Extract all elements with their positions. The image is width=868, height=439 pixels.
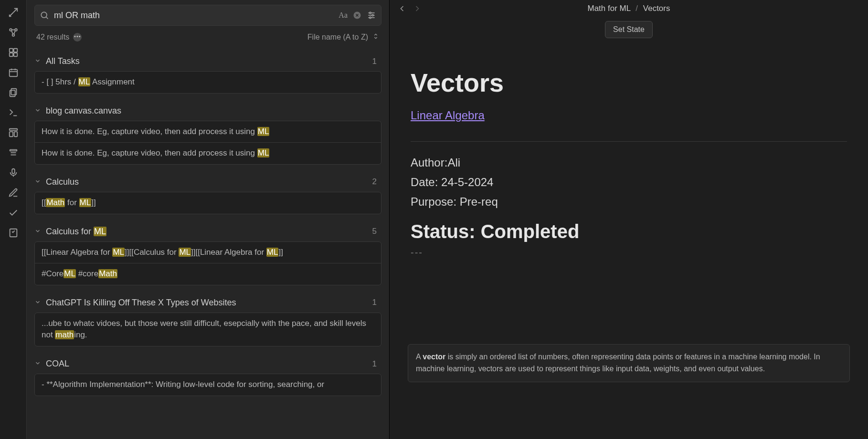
result-group-title: ChatGPT Is Killing Off These X Types of … — [46, 298, 236, 308]
search-results: All Tasks1- [ ] 5hrs / ML Assignmentblog… — [27, 48, 389, 439]
result-count: 42 results — [36, 33, 69, 42]
result-group-header[interactable]: blog canvas.canvas — [34, 97, 381, 121]
bookmark-icon[interactable] — [8, 227, 19, 239]
app-root: Aa 42 results ••• File name (A to Z) All… — [0, 0, 868, 439]
graph-icon[interactable] — [8, 27, 19, 38]
svg-rect-4 — [13, 49, 17, 52]
check-icon[interactable] — [8, 207, 19, 219]
document-body: Vectors Linear Algebra Author:Ali Date: … — [390, 44, 868, 439]
canvas-icon[interactable] — [8, 47, 19, 58]
search-bar: Aa — [34, 5, 381, 26]
callout-bold: vector — [423, 353, 445, 361]
linear-algebra-link[interactable]: Linear Algebra — [411, 109, 485, 122]
result-group-header[interactable]: All Tasks1 — [34, 48, 381, 71]
definition-callout: A vector is simply an ordered list of nu… — [408, 344, 850, 382]
result-group-header[interactable]: ChatGPT Is Killing Off These X Types of … — [34, 289, 381, 313]
svg-rect-12 — [14, 132, 17, 136]
nav-back-button[interactable] — [397, 4, 407, 13]
search-settings-icon[interactable] — [367, 10, 376, 20]
date-line: Date: 24-5-2024 — [411, 173, 847, 192]
result-match-line[interactable]: - **Algorithm Implementation**: Writing … — [35, 374, 381, 396]
result-match-line[interactable]: #CoreML #coreMath — [35, 263, 381, 285]
result-group-count: 1 — [372, 57, 380, 66]
set-state-button[interactable]: Set State — [605, 21, 653, 38]
format-icon[interactable] — [8, 147, 19, 158]
content-pane: Math for ML / Vectors Set State Vectors … — [390, 0, 868, 439]
chevron-down-icon — [34, 56, 41, 66]
result-match-line[interactable]: [[Math for ML]] — [35, 192, 381, 214]
result-match-line[interactable]: How it is done. Eg, capture video, then … — [35, 121, 381, 143]
callout-rest: is simply an ordered list of numbers, of… — [416, 353, 820, 373]
divider — [411, 141, 847, 142]
result-group-header[interactable]: Calculus for ML5 — [34, 218, 381, 241]
svg-rect-10 — [9, 129, 17, 131]
result-match-box: [[Math for ML]] — [34, 192, 381, 214]
svg-rect-14 — [12, 169, 15, 174]
svg-rect-9 — [10, 90, 15, 96]
breadcrumb-sep: / — [635, 4, 638, 13]
quick-switcher-icon[interactable] — [8, 7, 19, 18]
calendar-icon[interactable] — [8, 67, 19, 78]
page-title: Vectors — [411, 68, 847, 97]
purpose-line: Purpose: Pre-req — [411, 192, 847, 212]
chevron-down-icon — [34, 106, 41, 116]
svg-point-20 — [370, 17, 371, 18]
result-match-line[interactable]: ...ube to whatc vidoes, but those were s… — [35, 313, 381, 346]
result-match-box: How it is done. Eg, capture video, then … — [34, 121, 381, 165]
result-group-title: Calculus for ML — [46, 227, 106, 237]
search-header: Aa 42 results ••• File name (A to Z) — [27, 0, 389, 48]
breadcrumb-parent: Math for ML — [588, 4, 631, 13]
chevron-down-icon — [34, 298, 41, 308]
mic-icon[interactable] — [8, 167, 19, 178]
result-match-line[interactable]: [[Linear Algebra for ML]][[Calculus for … — [35, 242, 381, 263]
svg-rect-6 — [13, 53, 17, 56]
result-match-line[interactable]: - [ ] 5hrs / ML Assignment — [35, 72, 381, 93]
result-group-title: All Tasks — [46, 56, 80, 66]
new-note-icon[interactable] — [8, 187, 19, 199]
clear-search-icon[interactable] — [352, 10, 362, 20]
result-group-header[interactable]: Calculus2 — [34, 168, 381, 192]
search-meta: 42 results ••• File name (A to Z) — [34, 26, 381, 48]
result-group-title: COAL — [46, 359, 69, 369]
sort-control[interactable]: File name (A to Z) — [307, 32, 380, 42]
nav-forward-button[interactable] — [413, 4, 422, 13]
svg-rect-5 — [9, 53, 12, 56]
svg-point-16 — [41, 12, 47, 18]
result-group-title: Calculus — [46, 177, 79, 187]
result-group-header[interactable]: COAL1 — [34, 350, 381, 374]
svg-rect-8 — [11, 89, 16, 95]
sort-label: File name (A to Z) — [307, 33, 368, 42]
files-icon[interactable] — [8, 87, 19, 98]
result-match-box: [[Linear Algebra for ML]][[Calculus for … — [34, 241, 381, 285]
breadcrumb[interactable]: Math for ML / Vectors — [428, 4, 830, 13]
sort-arrows-icon — [372, 32, 380, 42]
result-match-box: ...ube to whatc vidoes, but those were s… — [34, 313, 381, 346]
svg-rect-7 — [9, 70, 17, 77]
dashes: --- — [411, 247, 847, 258]
status-heading: Status: Completed — [411, 221, 847, 242]
templates-icon[interactable] — [8, 127, 19, 138]
search-icon — [40, 10, 49, 20]
command-icon[interactable] — [8, 107, 19, 118]
result-group-count: 2 — [372, 177, 380, 187]
chevron-down-icon — [34, 359, 41, 369]
content-topbar: Math for ML / Vectors — [390, 0, 868, 17]
result-match-box: - **Algorithm Implementation**: Writing … — [34, 374, 381, 396]
svg-point-18 — [370, 12, 371, 13]
more-results-icon[interactable]: ••• — [73, 33, 82, 42]
set-state-row: Set State — [390, 17, 868, 44]
result-match-box: - [ ] 5hrs / ML Assignment — [34, 71, 381, 94]
breadcrumb-current: Vectors — [643, 4, 670, 13]
svg-point-19 — [372, 14, 373, 16]
svg-rect-3 — [9, 49, 12, 52]
result-match-line[interactable]: How it is done. Eg, capture video, then … — [35, 142, 381, 164]
result-group-count: 1 — [372, 359, 380, 369]
ribbon — [0, 0, 27, 439]
chevron-down-icon — [34, 227, 41, 237]
search-input[interactable] — [54, 10, 334, 21]
result-group-count: 1 — [372, 298, 380, 307]
result-group-title: blog canvas.canvas — [46, 106, 121, 116]
match-case-icon[interactable]: Aa — [339, 11, 348, 20]
result-group-count: 5 — [372, 227, 380, 236]
search-pane: Aa 42 results ••• File name (A to Z) All… — [27, 0, 390, 439]
